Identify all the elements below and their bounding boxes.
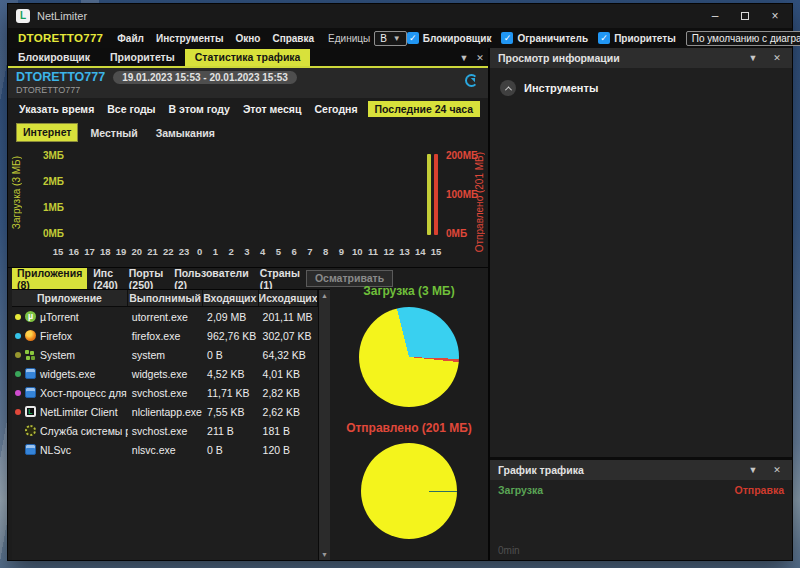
table-row[interactable]: Хост-процесс для службsvchost.exe11,71 K… (12, 383, 318, 402)
app-name-cell: LNetLimiter Client (12, 406, 128, 418)
table-row[interactable]: Служба системы push-увsvchost.exe211 B18… (12, 421, 318, 440)
x-tick: 22 (163, 246, 174, 257)
toggle-0[interactable]: ✓Блокировщик (407, 32, 492, 44)
table-scrollbar[interactable]: ▲ ▼ (318, 290, 330, 560)
toggle-2[interactable]: ✓Приоритеты (598, 32, 676, 44)
table-row[interactable]: widgets.exewidgets.exe4,52 KB4,01 KB (12, 364, 318, 383)
table-row[interactable]: µµTorrentutorrent.exe2,09 MB201,11 MB (12, 307, 318, 326)
checkbox-checked-icon[interactable]: ✓ (407, 32, 419, 44)
app-exe: widgets.exe (128, 368, 203, 380)
user-menu[interactable]: DTORETTO777 (18, 32, 103, 44)
table-row[interactable]: Firefoxfirefox.exe962,76 KB302,07 KB (12, 326, 318, 345)
main-tabs: БлокировщикПриоритетыСтатистика трафика … (8, 48, 488, 68)
priority-dot (15, 409, 21, 415)
app-outgoing: 201,11 MB (259, 311, 318, 323)
app-name: NetLimiter Client (40, 406, 118, 418)
menu-toggles: ✓Блокировщик✓Ограничитель✓Приоритеты (407, 32, 686, 44)
checkbox-checked-icon[interactable]: ✓ (598, 32, 610, 44)
app-name-cell: Служба системы push-ув (12, 425, 128, 437)
date-range-pill[interactable]: 19.01.2023 15:53 - 20.01.2023 15:53 (113, 71, 297, 84)
app-exe: system (128, 349, 203, 361)
refresh-icon[interactable] (465, 74, 478, 87)
left-axis-tick: 3МБ (30, 150, 64, 161)
x-tick: 5 (276, 246, 281, 257)
time-filter-5[interactable]: Последние 24 часа (368, 101, 481, 117)
units-select[interactable]: В ▼ (374, 31, 407, 46)
time-filter-4[interactable]: Сегодня (311, 101, 360, 117)
scroll-down-icon[interactable]: ▼ (321, 551, 328, 558)
x-tick: 15 (53, 246, 64, 257)
x-tick: 6 (292, 246, 297, 257)
apps-table: ПриложениеВыполнимыйВходящих даннИсходящ… (12, 289, 330, 560)
main-tabs-list: БлокировщикПриоритетыСтатистика трафика (8, 49, 310, 66)
menu-bar: DTORETTO777 ФайлИнструментыОкноСправка Е… (8, 28, 792, 48)
priority-dot (15, 371, 21, 377)
x-tick: 2 (229, 246, 234, 257)
priority-dot (15, 390, 21, 396)
info-view-panel: Просмотр информации ▼ ✕ Инструменты (490, 48, 792, 457)
x-tick: 1 (213, 246, 218, 257)
checkbox-checked-icon[interactable]: ✓ (501, 32, 513, 44)
right-axis-tick: 100МБ (446, 189, 480, 200)
view-value: По умолчанию с диаграммой (692, 33, 800, 44)
priority-dot (15, 447, 21, 453)
time-filter-0[interactable]: Указать время (16, 101, 97, 117)
maximize-button[interactable] (730, 6, 760, 26)
collapse-circle-button[interactable] (500, 80, 516, 96)
panel-close-icon[interactable]: ✕ (472, 53, 488, 66)
panel-close-icon[interactable]: ✕ (770, 53, 784, 63)
toggle-1[interactable]: ✓Ограничитель (501, 32, 588, 44)
x-tick: 21 (147, 246, 158, 257)
table-row[interactable]: LNetLimiter Clientnlclientapp.exe7,55 KB… (12, 402, 318, 421)
close-button[interactable]: × (760, 6, 790, 26)
menu-item-3[interactable]: Справка (266, 33, 320, 44)
app-outgoing: 2,82 KB (259, 387, 318, 399)
scroll-up-icon[interactable]: ▲ (321, 292, 328, 299)
menu-item-1[interactable]: Инструменты (150, 33, 230, 44)
app-outgoing: 4,01 KB (259, 368, 318, 380)
panel-close-icon[interactable]: ✕ (770, 465, 784, 475)
toggle-label: Ограничитель (517, 33, 588, 44)
tab-0[interactable]: Блокировщик (8, 49, 100, 66)
scope-tab-2[interactable]: Замыкания (150, 125, 221, 142)
minimize-button[interactable]: – (700, 6, 730, 26)
column-header-2[interactable]: Входящих данн (203, 290, 258, 306)
column-header-1[interactable]: Выполнимый (128, 290, 203, 306)
app-name-cell: Хост-процесс для служб (12, 387, 128, 399)
app-name-cell: µµTorrent (12, 311, 128, 323)
chart-bar-Отправлено (434, 154, 438, 235)
panel-collapse-icon[interactable]: ▼ (746, 465, 760, 475)
scope-tab-1[interactable]: Местный (84, 125, 143, 142)
menu-item-2[interactable]: Окно (229, 33, 266, 44)
desktop: { "window": { "title": "NetLimiter", "mi… (0, 0, 800, 568)
app-name: Хост-процесс для служб (40, 387, 128, 399)
scope-tab-row: ИнтернетМестныйЗамыкания (8, 120, 488, 142)
left-axis-label: Загрузка (3 МБ) (11, 156, 22, 229)
tools-expander[interactable]: Инструменты (500, 80, 782, 96)
x-tick: 23 (179, 246, 190, 257)
time-filter-3[interactable]: Этот месяц (240, 101, 305, 117)
chevron-down-icon: ▼ (393, 34, 401, 43)
table-row[interactable]: NLSvcnlsvc.exe0 B120 B (12, 440, 318, 459)
app-incoming: 4,52 KB (203, 368, 258, 380)
time-filter-2[interactable]: В этом году (166, 101, 233, 117)
panel-collapse-icon[interactable]: ▼ (746, 53, 760, 63)
column-header-3[interactable]: Исходящих дан (259, 290, 318, 306)
view-select[interactable]: По умолчанию с диаграммой ▼ (686, 31, 800, 46)
time-filter-1[interactable]: Все годы (104, 101, 158, 117)
column-header-0[interactable]: Приложение (12, 290, 128, 306)
tab-1[interactable]: Приоритеты (100, 49, 185, 66)
tab-2[interactable]: Статистика трафика (185, 49, 311, 66)
firefox-icon (25, 330, 36, 341)
x-tick: 9 (339, 246, 344, 257)
panel-collapse-icon[interactable]: ▼ (456, 53, 472, 66)
priority-dot (15, 314, 21, 320)
table-row[interactable]: Systemsystem0 B64,32 KB (12, 345, 318, 364)
app-name: System (40, 349, 75, 361)
x-tick: 12 (383, 246, 394, 257)
menu-item-0[interactable]: Файл (111, 33, 150, 44)
stats-user: DTORETTO777 (16, 70, 105, 84)
info-panel-title: Просмотр информации (498, 52, 620, 64)
scope-tab-0[interactable]: Интернет (16, 123, 78, 142)
menu-items: ФайлИнструментыОкноСправка (111, 33, 320, 44)
